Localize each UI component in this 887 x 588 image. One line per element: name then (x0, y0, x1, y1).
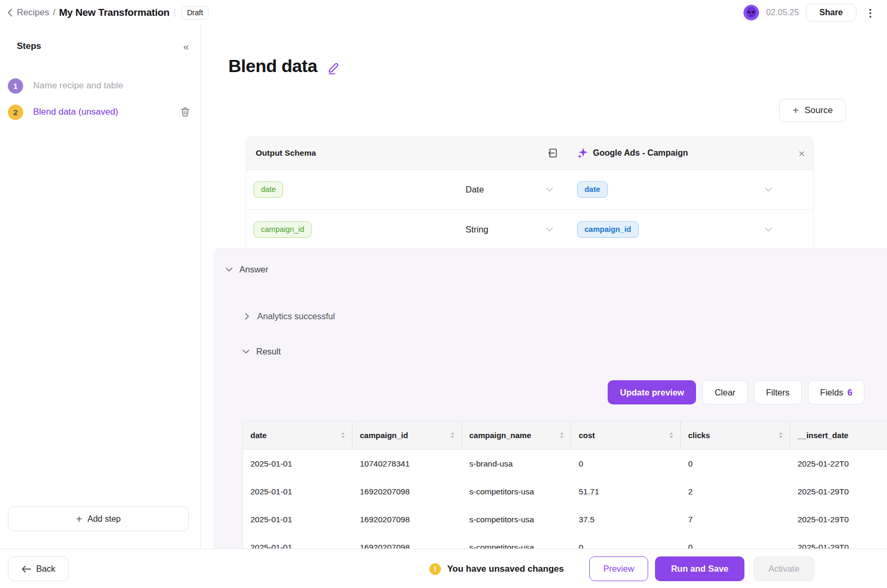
app-window: Recipes / My New Transformation | Draft … (0, 0, 887, 588)
fields-label: Fields (820, 388, 843, 398)
steps-sidebar: Steps « 1 Name recipe and table 2 Blend … (0, 25, 201, 549)
chevron-left-icon[interactable] (7, 8, 13, 17)
column-header-date[interactable]: date (243, 421, 352, 449)
collapse-sidebar-icon[interactable]: « (183, 42, 189, 52)
cell: 2025-01-01 (243, 450, 352, 478)
cell: 16920207098 (352, 478, 462, 505)
plus-icon: + (792, 105, 799, 116)
source-column-header: Google Ads - Campaign (577, 147, 688, 159)
schema-row: date Date date (246, 170, 813, 209)
sidebar-item-step-1[interactable]: 1 Name recipe and table (0, 73, 200, 99)
update-preview-button[interactable]: Update preview (608, 380, 696, 404)
source-field-select[interactable] (755, 187, 813, 192)
clear-button[interactable]: Clear (702, 380, 747, 404)
delete-step-button[interactable] (180, 107, 190, 117)
source-field-cell: campaign_id (560, 221, 755, 238)
cell: 10740278341 (352, 450, 462, 478)
kebab-menu-icon[interactable]: ⋮ (863, 8, 878, 18)
import-fields-button[interactable] (547, 147, 559, 159)
cell: s-competitors-usa (462, 505, 571, 533)
page-title-row: Blend data (228, 56, 340, 76)
share-button[interactable]: Share (806, 4, 856, 22)
type-select[interactable]: Date (466, 185, 560, 195)
cell: 2 (681, 478, 790, 505)
cell: 16920207098 (352, 533, 462, 549)
source-name: Google Ads - Campaign (593, 148, 688, 158)
remove-source-button[interactable]: × (799, 148, 805, 159)
column-label: __insert_date (798, 431, 849, 440)
step-2-label: Blend data (unsaved) (33, 107, 118, 117)
add-step-label: Add step (87, 514, 120, 524)
column-label: campaign_id (360, 431, 408, 440)
type-select[interactable]: String (466, 225, 560, 235)
last-saved-date: 02.05.25 (766, 8, 799, 17)
sort-icon (669, 432, 673, 438)
table-row: 2025-01-01 16920207098 s-competitors-usa… (243, 505, 887, 533)
output-field-chip: date (254, 181, 283, 198)
source-field-select[interactable] (755, 227, 813, 232)
cell: 0 (681, 533, 790, 549)
answer-section-label: Answer (239, 265, 268, 275)
warning-icon: ! (429, 563, 441, 575)
column-header-clicks[interactable]: clicks (681, 421, 790, 449)
sidebar-item-step-2[interactable]: 2 Blend data (unsaved) (0, 99, 200, 125)
source-button-label: Source (804, 105, 833, 116)
chevron-down-icon (765, 187, 772, 192)
sort-icon (779, 432, 783, 438)
column-header-cost[interactable]: cost (571, 421, 681, 449)
back-label: Back (36, 564, 56, 574)
plus-icon: + (76, 514, 83, 524)
import-icon (547, 147, 559, 159)
fields-count-badge: 6 (848, 388, 852, 398)
table-row: 2025-01-01 16920207098 s-competitors-usa… (243, 478, 887, 505)
source-field-chip[interactable]: date (577, 181, 608, 198)
breadcrumb-recipes[interactable]: Recipes (17, 7, 49, 18)
recipe-title: My New Transformation (59, 7, 169, 18)
cell: 0 (681, 450, 790, 478)
avatar[interactable] (743, 5, 759, 21)
sort-icon (560, 432, 564, 438)
cell: 7 (681, 505, 790, 533)
cell: 0 (571, 533, 681, 549)
chevron-down-icon (546, 227, 553, 232)
cell: 2025-01-29T0 (790, 533, 887, 549)
type-value: Date (466, 185, 484, 195)
filters-button[interactable]: Filters (754, 380, 802, 404)
output-field-cell: campaign_id (246, 221, 466, 238)
trash-icon (180, 107, 190, 117)
answer-section-toggle[interactable]: Answer (226, 265, 268, 275)
fields-button[interactable]: Fields 6 (808, 380, 864, 404)
column-header-campaign-name[interactable]: campaign_name (462, 421, 571, 449)
cell: 2025-01-22T0 (790, 450, 887, 478)
cell: 2025-01-01 (243, 533, 352, 549)
run-and-save-button[interactable]: Run and Save (655, 556, 744, 581)
cell: 2025-01-01 (243, 505, 352, 533)
answer-panel: Answer Analytics successful Result Updat… (214, 248, 887, 549)
step-1-label: Name recipe and table (33, 80, 123, 91)
title-divider: | (174, 8, 176, 17)
result-section-toggle[interactable]: Result (243, 347, 281, 357)
table-row-clipped: 2025-01-01 16920207098 s-competitors-usa… (243, 533, 887, 549)
edit-title-button[interactable] (327, 61, 340, 75)
chevron-right-icon (245, 313, 249, 320)
chevron-down-icon (546, 187, 553, 192)
alien-avatar-icon (743, 5, 759, 21)
cell: s-competitors-usa (462, 533, 571, 549)
type-value: String (466, 225, 488, 235)
result-section-label: Result (256, 347, 281, 357)
analytics-status-label: Analytics successful (257, 311, 335, 321)
back-button[interactable]: Back (8, 556, 69, 581)
source-field-chip[interactable]: campaign_id (577, 221, 639, 238)
preview-button[interactable]: Preview (589, 556, 648, 581)
schema-header: Output Schema Google Ads - Campaign × (246, 137, 813, 170)
analytics-section-toggle[interactable]: Analytics successful (244, 311, 335, 321)
cell: s-competitors-usa (462, 478, 571, 505)
column-header-campaign-id[interactable]: campaign_id (352, 421, 462, 449)
activate-button: Activate (753, 556, 814, 581)
column-label: date (250, 431, 267, 440)
cell: 2025-01-01 (243, 478, 352, 505)
add-step-button[interactable]: + Add step (8, 506, 189, 531)
column-header-insert-date[interactable]: __insert_date (790, 421, 887, 449)
column-label: campaign_name (469, 431, 531, 440)
add-source-button[interactable]: + Source (779, 99, 846, 122)
